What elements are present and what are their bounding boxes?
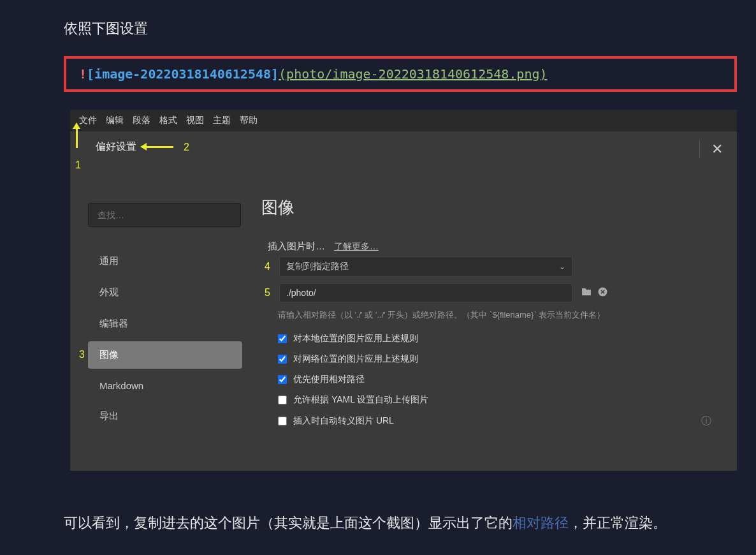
- typora-preferences-window: 文件 编辑 段落 格式 视图 主题 帮助 偏好设置 2 ✕ 1: [70, 110, 737, 471]
- checkbox-escape-url-input[interactable]: [278, 417, 287, 426]
- checkbox-yaml-upload-label: 允许根据 YAML 设置自动上传图片: [293, 394, 428, 406]
- preferences-content: 图像 插入图片时… 了解更多… 4 复制到指定路径 ⌄ 5: [255, 165, 737, 471]
- checkbox-local-images-input[interactable]: [278, 334, 287, 343]
- outro-part-2: ，并正常渲染。: [569, 515, 667, 531]
- annotation-number-3: 3: [79, 349, 85, 360]
- checkbox-local-images[interactable]: 对本地位置的图片应用上述规则: [278, 333, 718, 344]
- close-icon[interactable]: ✕: [711, 141, 723, 158]
- menu-help[interactable]: 帮助: [240, 115, 258, 126]
- code-alt-text: [image-20220318140612548]: [87, 66, 279, 82]
- sidebar-item-editor[interactable]: 编辑器: [88, 310, 242, 337]
- annotation-number-2: 2: [184, 142, 189, 153]
- menu-file[interactable]: 文件: [79, 115, 97, 126]
- outro-text: 可以看到，复制进去的这个图片（其实就是上面这个截图）显示出了它的相对路径，并正常…: [64, 509, 705, 537]
- code-image-path: (photo/image-20220318140612548.png): [279, 66, 547, 82]
- annotation-arrow-2: [147, 146, 173, 148]
- relative-path-link[interactable]: 相对路径: [512, 515, 569, 531]
- content-title: 图像: [261, 196, 718, 219]
- search-input[interactable]: [88, 203, 241, 227]
- checkbox-yaml-upload-input[interactable]: [278, 396, 287, 404]
- menu-paragraph[interactable]: 段落: [133, 115, 150, 126]
- intro-text: 依照下图设置: [64, 19, 743, 38]
- folder-icon[interactable]: [581, 287, 592, 299]
- help-icon[interactable]: ⓘ: [701, 415, 711, 428]
- menu-view[interactable]: 视图: [186, 115, 204, 126]
- chevron-down-icon: ⌄: [559, 262, 565, 271]
- sidebar-item-image-label: 图像: [99, 349, 119, 360]
- menu-edit[interactable]: 编辑: [106, 115, 124, 126]
- clear-icon[interactable]: [598, 287, 607, 299]
- insert-image-label: 插入图片时…: [268, 241, 325, 253]
- checkbox-relative-path-label: 优先使用相对路径: [293, 374, 365, 385]
- insert-action-select[interactable]: 复制到指定路径 ⌄: [279, 256, 572, 277]
- preferences-title: 偏好设置: [96, 140, 136, 154]
- code-exclamation: !: [79, 66, 87, 82]
- outro-part-1: 可以看到，复制进去的这个图片（其实就是上面这个截图）显示出了它的: [64, 515, 512, 531]
- annotation-number-5: 5: [261, 287, 270, 299]
- checkbox-escape-url[interactable]: 插入时自动转义图片 URL: [278, 415, 394, 427]
- sidebar-item-appearance[interactable]: 外观: [88, 279, 242, 306]
- titlebar-divider: [699, 140, 700, 158]
- path-hint-text: 请输入相对路径（以 './' 或 '../' 开头）或绝对路径。（其中 `${f…: [278, 309, 629, 322]
- sidebar-item-export[interactable]: 导出: [88, 403, 242, 430]
- checkbox-remote-images-label: 对网络位置的图片应用上述规则: [293, 353, 418, 365]
- checkbox-remote-images[interactable]: 对网络位置的图片应用上述规则: [278, 353, 718, 365]
- sidebar-item-image[interactable]: 3 图像: [88, 341, 242, 369]
- checkbox-remote-images-input[interactable]: [278, 355, 287, 364]
- checkbox-relative-path-input[interactable]: [278, 375, 287, 384]
- image-path-input[interactable]: [279, 283, 572, 302]
- annotation-arrow-1: [76, 129, 78, 148]
- markdown-code-example: ![image-20220318140612548](photo/image-2…: [64, 56, 737, 92]
- checkbox-escape-url-label: 插入时自动转义图片 URL: [293, 415, 394, 427]
- sidebar-item-markdown[interactable]: Markdown: [88, 373, 242, 399]
- learn-more-link[interactable]: 了解更多…: [334, 241, 379, 253]
- sidebar-item-general[interactable]: 通用: [88, 248, 242, 275]
- preferences-sidebar: 通用 外观 编辑器 3 图像 Markdown 导出: [70, 165, 255, 471]
- checkbox-relative-path[interactable]: 优先使用相对路径: [278, 374, 718, 385]
- menu-theme[interactable]: 主题: [213, 115, 231, 126]
- annotation-number-4: 4: [261, 261, 270, 272]
- preferences-titlebar: 偏好设置 2 ✕ 1: [70, 131, 737, 165]
- menu-bar: 文件 编辑 段落 格式 视图 主题 帮助: [70, 110, 737, 131]
- menu-format[interactable]: 格式: [159, 115, 177, 126]
- checkbox-yaml-upload[interactable]: 允许根据 YAML 设置自动上传图片: [278, 394, 718, 406]
- insert-action-value: 复制到指定路径: [286, 261, 349, 272]
- checkbox-local-images-label: 对本地位置的图片应用上述规则: [293, 333, 418, 344]
